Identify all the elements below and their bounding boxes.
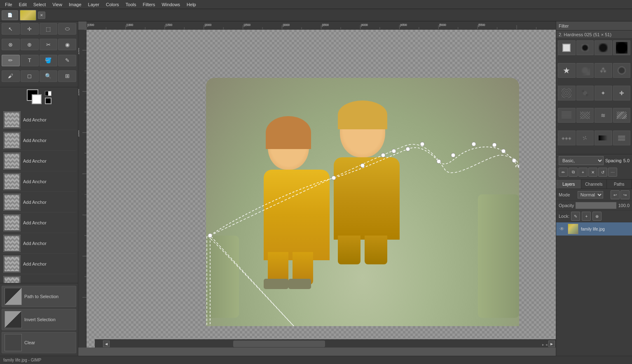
- tool-paths[interactable]: ✏: [2, 55, 20, 66]
- brush-cell-misc1[interactable]: ◈◈◈: [558, 131, 576, 145]
- tool-paintbucket[interactable]: 🪣: [40, 55, 58, 66]
- horizontal-scrollbar[interactable]: ▶ ◀ ▸ ◂: [95, 339, 556, 348]
- lock-position-btn[interactable]: +: [582, 212, 591, 221]
- brush-delete-btn[interactable]: ✕: [588, 168, 597, 177]
- tool-icons-grid: ↖ ✛ ⬚ ⬭ ⊗ ⊕ ✂ ◉ ✏ T 🪣 ✎ 🖌 ◻ 🔍 ⊞: [0, 21, 78, 87]
- brush-cell-soft-round[interactable]: [613, 63, 631, 78]
- brush-cell-misc4[interactable]: ▒▒: [613, 131, 631, 145]
- tool-lasso[interactable]: ⊗: [2, 39, 20, 50]
- brush-misc3-preview: [599, 135, 608, 140]
- brush-create-btn[interactable]: +: [578, 168, 588, 177]
- tool-move[interactable]: ✛: [21, 23, 39, 35]
- path-item-4[interactable]: Add Anchor: [2, 171, 76, 192]
- tool-pencil[interactable]: ✎: [58, 55, 76, 66]
- brush-duplicate-btn[interactable]: ⧉: [569, 168, 578, 177]
- menu-edit[interactable]: Edit: [16, 1, 30, 8]
- scroll-right-btn[interactable]: ▶: [548, 341, 555, 347]
- path-item-6[interactable]: Add Anchor: [2, 212, 76, 233]
- swap-colors-icon[interactable]: [45, 91, 51, 96]
- path-item-8[interactable]: Add Anchor: [2, 254, 76, 274]
- undo-btn[interactable]: ↩: [611, 190, 620, 199]
- tool-measure[interactable]: ⊞: [58, 70, 76, 82]
- path-to-selection-btn[interactable]: Path to Selection: [2, 286, 76, 307]
- brush-cell-diagonal[interactable]: [613, 108, 631, 123]
- path-actions: Path to Selection Invert Selection Clear: [0, 283, 78, 356]
- tool-select[interactable]: ↖: [2, 23, 20, 35]
- opacity-slider[interactable]: [576, 202, 616, 209]
- tool-zoom[interactable]: 🔍: [40, 70, 58, 82]
- brush-cell-starburst[interactable]: ✦: [595, 86, 612, 100]
- tool-rect-select[interactable]: ⬚: [40, 23, 58, 35]
- tool-text[interactable]: T: [21, 55, 39, 66]
- invert-selection-btn[interactable]: Invert Selection: [2, 309, 76, 330]
- photo-layer: [206, 34, 519, 326]
- tab-channels[interactable]: Channels: [581, 180, 606, 189]
- menu-tools[interactable]: Tools: [122, 1, 140, 8]
- brush-cell-dots[interactable]: [576, 63, 594, 78]
- layer-visibility-toggle[interactable]: 👁: [559, 226, 565, 232]
- tab-layers[interactable]: Layers: [556, 180, 581, 189]
- brush-edit-btn[interactable]: ✏: [559, 168, 568, 177]
- path-item-7[interactable]: Add Anchor: [2, 233, 76, 254]
- lock-row: Lock: ✎ + ⊕: [556, 210, 632, 222]
- brush-cell-texture2[interactable]: [576, 86, 594, 100]
- brush-cell-square[interactable]: [558, 40, 576, 55]
- foreground-background-colors[interactable]: [27, 89, 43, 106]
- menu-select[interactable]: Select: [30, 1, 49, 8]
- layer-item[interactable]: 👁 family life.jpg: [556, 222, 632, 236]
- svg-text:|5000: |5000: [439, 23, 446, 27]
- brush-cell-texture1[interactable]: [558, 86, 576, 100]
- brush-cell-splat[interactable]: ⁂: [595, 63, 612, 78]
- scroll-left-btn[interactable]: ◀: [103, 341, 110, 347]
- svg-text:|1500: |1500: [166, 23, 173, 27]
- redo-btn[interactable]: ↪: [620, 190, 630, 199]
- path-item-1[interactable]: Add Anchor: [2, 110, 76, 130]
- tool-foreground-select[interactable]: ◉: [58, 39, 76, 50]
- scrollbar-thumb[interactable]: [233, 341, 325, 347]
- path-item-3[interactable]: Add Anchor: [2, 151, 76, 171]
- brush-wave-icon: ≋: [601, 112, 606, 119]
- clear-btn[interactable]: Clear: [2, 332, 76, 353]
- brush-more-btn[interactable]: ⋯: [608, 168, 617, 177]
- brush-cell-misc2[interactable]: ⊹: [576, 131, 594, 145]
- menu-image[interactable]: Image: [66, 1, 85, 8]
- brush-cell-cross[interactable]: ✚: [613, 86, 631, 100]
- menu-filters[interactable]: Filters: [140, 1, 159, 8]
- tool-fuzzy-select[interactable]: ⊕: [21, 39, 39, 50]
- brush-refresh-btn[interactable]: ↺: [598, 168, 607, 177]
- background-color[interactable]: [32, 94, 42, 104]
- tool-eraser[interactable]: ◻: [21, 70, 39, 82]
- path-item-2[interactable]: Add Anchor: [2, 130, 76, 151]
- path-item-9[interactable]: Add Anchor: [2, 274, 76, 283]
- path-item-5[interactable]: Add Anchor: [2, 192, 76, 212]
- tool-scissors[interactable]: ✂: [40, 39, 58, 50]
- brush-cell-hard-lg[interactable]: [613, 40, 631, 55]
- brush-cell-wave[interactable]: ≋: [595, 108, 612, 123]
- brush-cell-star[interactable]: ★: [558, 63, 576, 78]
- brush-cell-soft-md[interactable]: [595, 40, 612, 55]
- menu-help[interactable]: Help: [183, 1, 199, 8]
- menu-view[interactable]: View: [49, 1, 66, 8]
- tool-brush[interactable]: 🖌: [2, 70, 20, 82]
- image-preview: [20, 10, 36, 21]
- brush-cell-soft-sm[interactable]: [576, 40, 594, 55]
- reset-colors-icon[interactable]: [45, 98, 51, 104]
- brush-cell-hatching[interactable]: [576, 108, 594, 123]
- opacity-value: 100.0: [618, 203, 630, 208]
- menu-layer[interactable]: Layer: [85, 1, 103, 8]
- toolbar-new[interactable]: 📄: [2, 10, 18, 20]
- blend-mode-select[interactable]: Normal: [578, 191, 603, 198]
- menu-file[interactable]: File: [2, 1, 16, 8]
- menu-colors[interactable]: Colors: [103, 1, 122, 8]
- tool-ellipse-select[interactable]: ⬭: [58, 23, 76, 35]
- brush-cell-misc3[interactable]: [595, 131, 612, 145]
- ruler-top-svg: |1500 |1900 |1500 |2000 |2500 |3000: [87, 21, 556, 29]
- lock-all-btn[interactable]: ⊕: [592, 212, 602, 221]
- tab-paths[interactable]: Paths: [607, 180, 632, 189]
- toolbar-close[interactable]: ✕: [38, 12, 45, 19]
- brush-starburst-icon: ✦: [601, 90, 606, 96]
- menu-windows[interactable]: Windows: [158, 1, 183, 8]
- brush-preset-select[interactable]: Basic,: [559, 156, 604, 165]
- brush-cell-lines[interactable]: [558, 108, 576, 123]
- lock-pixels-btn[interactable]: ✎: [571, 212, 580, 221]
